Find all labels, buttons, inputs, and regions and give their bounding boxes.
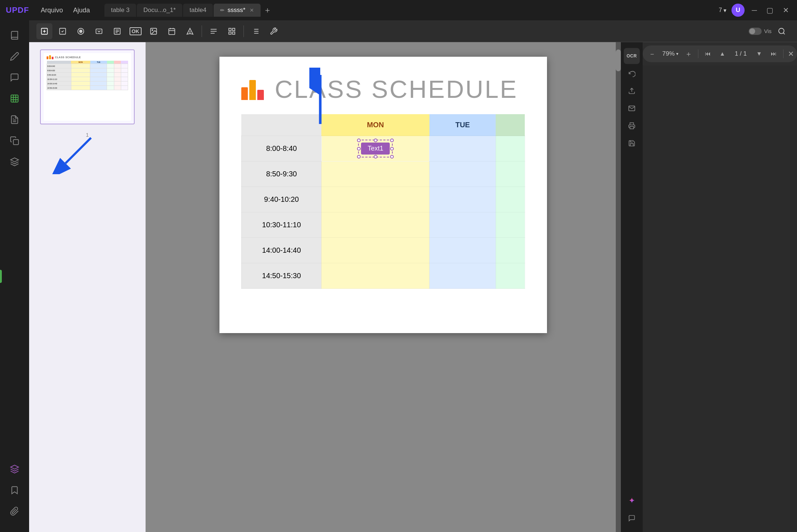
maximize-button[interactable]: ▢	[764, 6, 776, 15]
add-tab-button[interactable]: ＋	[261, 4, 274, 16]
sidebar-icon-bookmark[interactable]	[5, 481, 24, 499]
svg-point-31	[779, 28, 784, 33]
toolbar-align-button[interactable]	[206, 23, 222, 39]
sidebar-icon-edit-doc[interactable]	[5, 111, 24, 129]
tab-label: table4	[190, 7, 206, 14]
first-page-button[interactable]: ⏮	[701, 47, 714, 60]
svg-point-9	[79, 30, 82, 32]
mon-cell-3[interactable]	[321, 187, 429, 212]
right-icon-undo[interactable]	[624, 65, 640, 81]
tab-table4[interactable]: table4	[183, 4, 213, 17]
handle-tl[interactable]	[357, 139, 361, 142]
extra-cell-6[interactable]	[496, 263, 525, 289]
tab-counter[interactable]: 7 ▾	[719, 7, 726, 14]
sidebar-icon-comment[interactable]	[5, 68, 24, 87]
extra-cell-2[interactable]	[496, 161, 525, 187]
next-page-button[interactable]: ▼	[753, 47, 766, 60]
pdf-page-area[interactable]: CLASS SCHEDULE MON	[146, 42, 621, 532]
vis-toggle[interactable]: Vis	[749, 28, 772, 35]
text1-box[interactable]: Text1	[361, 143, 390, 155]
extra-cell-3[interactable]	[496, 187, 525, 212]
sidebar-icon-pen[interactable]	[5, 47, 24, 65]
right-icon-save[interactable]	[624, 135, 640, 151]
scrollbar[interactable]	[616, 42, 621, 532]
toolbar-listbox-button[interactable]	[109, 23, 125, 39]
zoom-out-button[interactable]: －	[646, 47, 659, 60]
toolbar-text-button[interactable]	[36, 23, 52, 39]
titlebar-right: 7 ▾ U ─ ▢ ✕	[719, 4, 791, 17]
toolbar-tools-button[interactable]	[266, 23, 282, 39]
sidebar-icon-table[interactable]	[5, 89, 24, 108]
tab-docu[interactable]: Docu...o_1*	[137, 4, 182, 17]
menu-ajuda[interactable]: Ajuda	[69, 5, 94, 16]
mon-cell-1[interactable]: Text1	[321, 136, 429, 161]
sidebar-icon-layers[interactable]	[5, 153, 24, 171]
tue-cell-6[interactable]	[429, 263, 496, 289]
close-nav-button[interactable]: ✕	[788, 49, 794, 58]
extra-cell-1[interactable]	[496, 136, 525, 161]
toolbar-search-button[interactable]	[774, 23, 790, 39]
right-icon-export[interactable]	[624, 83, 640, 99]
zoom-selector[interactable]: 79% ▾	[660, 50, 681, 57]
toolbar-signature-button[interactable]	[182, 23, 198, 39]
menu-arquivo[interactable]: Arquivo	[36, 5, 67, 16]
sidebar-icon-copy[interactable]	[5, 132, 24, 150]
prev-page-button[interactable]: ▲	[716, 47, 729, 60]
toolbar-radio-button[interactable]	[73, 23, 89, 39]
tue-cell-4[interactable]	[429, 212, 496, 238]
right-icon-print[interactable]	[624, 118, 640, 134]
handle-bl[interactable]	[357, 155, 361, 159]
toolbar-properties-button[interactable]	[247, 23, 263, 39]
tue-cell-3[interactable]	[429, 187, 496, 212]
minimize-button[interactable]: ─	[750, 6, 759, 15]
mon-cell-4[interactable]	[321, 212, 429, 238]
scrollbar-thumb[interactable]	[616, 49, 621, 71]
tue-cell-5[interactable]	[429, 238, 496, 263]
svg-rect-10	[96, 29, 102, 33]
toolbar: OK	[29, 20, 797, 42]
time-cell: 10:30-11:10	[241, 212, 321, 238]
header-extra	[496, 114, 525, 136]
user-avatar[interactable]: U	[731, 4, 745, 17]
toolbar-combobox-button[interactable]	[91, 23, 107, 39]
handle-br[interactable]	[390, 155, 394, 159]
thumbnail-page1[interactable]: CLASS SCHEDULE MON TUE	[40, 49, 135, 124]
mon-cell-2[interactable]	[321, 161, 429, 187]
mon-cell-6[interactable]	[321, 263, 429, 289]
tue-cell-1[interactable]	[429, 136, 496, 161]
toolbar-checkbox-button[interactable]	[55, 23, 71, 39]
tue-cell-2[interactable]	[429, 161, 496, 187]
right-icon-ai[interactable]: ✦	[624, 493, 640, 509]
zoom-in-button[interactable]: ＋	[682, 47, 695, 60]
extra-cell-5[interactable]	[496, 238, 525, 263]
tab-close-button[interactable]: ✕	[250, 7, 254, 13]
tab-table3[interactable]: table 3	[104, 4, 136, 17]
toggle-track[interactable]	[749, 28, 762, 35]
toolbar-calendar-button[interactable]	[164, 23, 180, 39]
svg-marker-4	[11, 158, 19, 162]
mon-cell-5[interactable]	[321, 238, 429, 263]
text1-element[interactable]: Text1	[361, 143, 390, 155]
extra-cell-4[interactable]	[496, 212, 525, 238]
ocr-button[interactable]: OCR	[624, 48, 640, 64]
tab-sssss[interactable]: ✏ sssss* ✕	[214, 4, 261, 17]
table-row: 8:00-8:40	[241, 136, 525, 161]
handle-mr[interactable]	[390, 147, 394, 151]
handle-tr[interactable]	[390, 139, 394, 142]
close-button[interactable]: ✕	[781, 6, 791, 15]
sidebar-icon-stack[interactable]	[5, 460, 24, 478]
right-icon-mail[interactable]	[624, 100, 640, 116]
handle-ml[interactable]	[357, 147, 361, 151]
page-indicator[interactable]: 1 / 1	[730, 50, 751, 57]
toolbar-image-button[interactable]	[146, 23, 162, 39]
sidebar-icon-book[interactable]	[5, 26, 24, 44]
handle-tm[interactable]	[374, 139, 377, 142]
svg-rect-3	[13, 140, 19, 145]
toolbar-ok-button[interactable]: OK	[127, 23, 143, 39]
handle-bm[interactable]	[374, 155, 377, 159]
toolbar-grid-button[interactable]	[224, 23, 240, 39]
right-icon-chat[interactable]	[624, 510, 640, 526]
edit-icon: ✏	[220, 7, 225, 13]
sidebar-icon-attachment[interactable]	[5, 502, 24, 520]
last-page-button[interactable]: ⏭	[767, 47, 780, 60]
